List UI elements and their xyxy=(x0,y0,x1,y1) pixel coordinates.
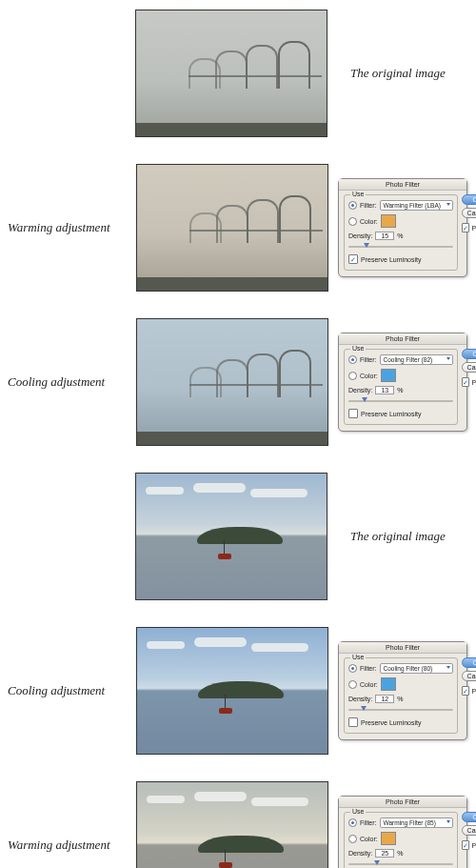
density-slider[interactable] xyxy=(348,706,453,714)
filter-label: Filter: xyxy=(360,665,377,672)
figure-row: Warming adjustment Photo Filter Use Filt… xyxy=(8,781,468,868)
density-input[interactable]: 15 xyxy=(375,232,394,240)
dialog-title: Photo Filter xyxy=(339,333,466,345)
photo-filter-dialog: Photo Filter Use Filter: Warming Filter … xyxy=(338,796,467,868)
cancel-button[interactable]: Cancel xyxy=(462,362,477,373)
cancel-button[interactable]: Cancel xyxy=(462,671,477,681)
figure-caption: Warming adjustment xyxy=(8,220,127,235)
preserve-luminosity-checkbox[interactable] xyxy=(348,254,358,264)
figure-caption: The original image xyxy=(350,529,446,544)
density-label: Density: xyxy=(348,696,372,702)
density-unit: % xyxy=(397,696,403,702)
preserve-luminosity-label: Preserve Luminosity xyxy=(361,411,421,417)
example-image xyxy=(135,473,327,600)
preview-label: Preview xyxy=(472,225,477,232)
figure-row: The original image xyxy=(8,473,468,600)
density-label: Density: xyxy=(348,850,372,857)
density-unit: % xyxy=(397,850,403,857)
preserve-luminosity-checkbox[interactable] xyxy=(348,717,358,727)
example-image xyxy=(136,164,328,292)
color-label: Color: xyxy=(360,836,378,842)
use-fieldset: Use Filter: Warming Filter (LBA) Color: … xyxy=(344,194,458,271)
density-input[interactable]: 12 xyxy=(375,695,394,703)
filter-radio[interactable] xyxy=(348,355,357,364)
preview-checkbox[interactable] xyxy=(462,223,469,232)
ok-button[interactable]: OK xyxy=(462,194,477,205)
example-image xyxy=(135,10,327,137)
ok-button[interactable]: OK xyxy=(462,349,477,359)
cancel-button[interactable]: Cancel xyxy=(462,825,477,836)
color-radio[interactable] xyxy=(348,835,357,843)
color-radio[interactable] xyxy=(348,217,357,226)
fieldset-legend: Use xyxy=(350,808,366,815)
example-image xyxy=(136,318,328,446)
density-unit: % xyxy=(397,387,403,394)
use-fieldset: Use Filter: Warming Filter (85) Color: D… xyxy=(344,812,458,868)
preview-label: Preview xyxy=(472,688,477,695)
preview-checkbox[interactable] xyxy=(462,377,469,387)
density-unit: % xyxy=(397,232,403,239)
filter-label: Filter: xyxy=(360,356,377,363)
example-image xyxy=(136,627,328,755)
preview-checkbox[interactable] xyxy=(462,840,469,850)
dialog-title: Photo Filter xyxy=(339,179,466,191)
color-radio[interactable] xyxy=(348,680,357,689)
figure-caption: Cooling adjustment xyxy=(8,683,127,698)
figure-row: Warming adjustment Photo Filter Use Filt… xyxy=(8,164,468,292)
filter-radio[interactable] xyxy=(348,664,357,673)
photo-filter-dialog: Photo Filter Use Filter: Warming Filter … xyxy=(338,178,467,277)
preview-label: Preview xyxy=(472,842,477,849)
filter-select[interactable]: Warming Filter (LBA) xyxy=(380,200,453,211)
fieldset-legend: Use xyxy=(350,654,366,660)
filter-select[interactable]: Warming Filter (85) xyxy=(380,818,453,828)
ok-button[interactable]: OK xyxy=(462,812,477,822)
density-input[interactable]: 13 xyxy=(375,386,394,394)
color-radio[interactable] xyxy=(348,372,357,380)
preview-label: Preview xyxy=(472,379,477,386)
filter-label: Filter: xyxy=(360,819,377,826)
figure-row: The original image xyxy=(8,10,468,137)
preserve-luminosity-label: Preserve Luminosity xyxy=(361,256,421,263)
color-swatch[interactable] xyxy=(381,677,396,691)
photo-filter-dialog: Photo Filter Use Filter: Cooling Filter … xyxy=(338,333,467,432)
figure-caption: The original image xyxy=(350,66,446,81)
color-swatch[interactable] xyxy=(381,369,396,382)
filter-radio[interactable] xyxy=(348,201,357,210)
fieldset-legend: Use xyxy=(350,191,366,197)
dialog-title: Photo Filter xyxy=(339,642,466,654)
use-fieldset: Use Filter: Cooling Filter (82) Color: D… xyxy=(344,349,458,425)
density-input[interactable]: 25 xyxy=(375,849,394,858)
figure-caption: Warming adjustment xyxy=(8,838,127,853)
filter-select[interactable]: Cooling Filter (82) xyxy=(380,354,453,365)
density-slider[interactable] xyxy=(348,397,453,405)
fieldset-legend: Use xyxy=(350,345,366,352)
ok-button[interactable]: OK xyxy=(462,657,477,668)
figure-row: Cooling adjustment Photo Filter Use Filt… xyxy=(8,627,468,755)
dialog-title: Photo Filter xyxy=(339,797,466,808)
preview-checkbox[interactable] xyxy=(462,686,469,696)
density-label: Density: xyxy=(348,387,372,394)
color-label: Color: xyxy=(360,218,378,225)
figure-row: Cooling adjustment Photo Filter Use Filt… xyxy=(8,318,468,446)
filter-select[interactable]: Cooling Filter (80) xyxy=(380,663,453,674)
cancel-button[interactable]: Cancel xyxy=(462,208,477,218)
color-swatch[interactable] xyxy=(381,214,396,228)
preserve-luminosity-checkbox[interactable] xyxy=(348,409,358,418)
figure-caption: Cooling adjustment xyxy=(8,374,127,390)
filter-label: Filter: xyxy=(360,202,377,209)
density-slider[interactable] xyxy=(348,860,453,868)
density-label: Density: xyxy=(348,232,372,239)
density-slider[interactable] xyxy=(348,243,453,251)
preserve-luminosity-label: Preserve Luminosity xyxy=(361,719,421,726)
photo-filter-dialog: Photo Filter Use Filter: Cooling Filter … xyxy=(338,641,467,740)
filter-radio[interactable] xyxy=(348,818,357,827)
color-label: Color: xyxy=(360,373,378,379)
use-fieldset: Use Filter: Cooling Filter (80) Color: D… xyxy=(344,657,458,734)
color-swatch[interactable] xyxy=(381,832,396,845)
color-label: Color: xyxy=(360,681,378,688)
example-image xyxy=(136,781,328,868)
